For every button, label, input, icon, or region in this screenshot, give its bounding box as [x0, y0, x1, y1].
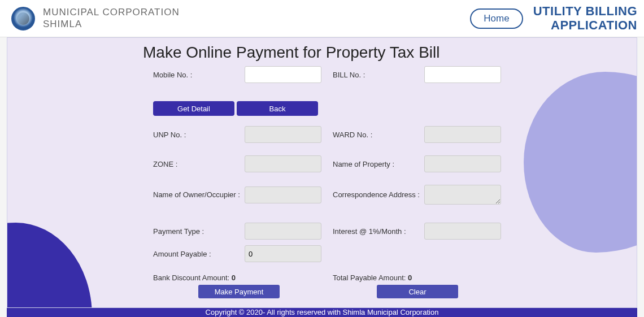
header-right: Home UTILITY BILLING APPLICATION	[470, 5, 637, 32]
interest-input	[424, 223, 501, 240]
unp-input	[245, 126, 321, 143]
label-bank-discount: Bank Discount Amount:	[153, 273, 232, 282]
make-payment-button[interactable]: Make Payment	[198, 285, 280, 298]
total-payable-value: 0	[408, 273, 412, 282]
label-ward: WARD No. :	[333, 131, 424, 139]
amount-payable-input	[245, 245, 321, 262]
org-logo-icon	[11, 7, 35, 31]
label-address: Correspondence Address :	[333, 190, 424, 199]
zone-input	[245, 155, 321, 172]
app-title-line2: APPLICATION	[533, 19, 637, 32]
summary-row: Bank Discount Amount: 0 Total Payable Am…	[153, 273, 637, 282]
address-input	[424, 185, 501, 205]
label-total-payable: Total Payable Amount:	[333, 273, 408, 282]
label-unp: UNP No. :	[153, 131, 245, 139]
app-title-line1: UTILITY BILLING	[533, 5, 637, 18]
property-name-input	[424, 155, 501, 172]
back-button[interactable]: Back	[237, 101, 318, 116]
owner-input	[245, 186, 321, 203]
clear-button[interactable]: Clear	[377, 285, 458, 298]
label-mobile: Mobile No. :	[153, 71, 245, 79]
payment-form: Mobile No. : BILL No. : Get Detail Back …	[7, 66, 637, 282]
header-left: MUNICIPAL CORPORATION SHIMLA	[11, 7, 180, 31]
page-title: Make Online Payment for Property Tax Bil…	[7, 38, 637, 66]
page-body: Make Online Payment for Property Tax Bil…	[7, 37, 637, 308]
home-button[interactable]: Home	[470, 8, 523, 29]
label-bill: BILL No. :	[333, 71, 424, 79]
label-amount-payable: Amount Payable :	[153, 250, 245, 258]
label-owner: Name of Owner/Occupier :	[153, 190, 245, 199]
org-title-line2: SHIMLA	[43, 19, 180, 30]
label-payment-type: Payment Type :	[153, 227, 245, 236]
app-title: UTILITY BILLING APPLICATION	[533, 5, 637, 32]
header-bar: MUNICIPAL CORPORATION SHIMLA Home UTILIT…	[0, 0, 644, 37]
payment-type-input	[245, 223, 321, 240]
get-detail-button[interactable]: Get Detail	[153, 101, 234, 116]
bill-input[interactable]	[424, 66, 501, 83]
mobile-input[interactable]	[245, 66, 321, 83]
ward-input	[424, 126, 501, 143]
footer-copyright: Copyright © 2020- All rights reserved wi…	[7, 308, 637, 317]
org-title-line1: MUNICIPAL CORPORATION	[43, 7, 180, 18]
bank-discount-value: 0	[232, 273, 236, 282]
label-property-name: Name of Property :	[333, 160, 424, 168]
org-title: MUNICIPAL CORPORATION SHIMLA	[43, 7, 180, 30]
label-zone: ZONE :	[153, 160, 245, 168]
action-buttons-top: Get Detail Back	[153, 101, 637, 116]
action-buttons-bottom: Make Payment Clear	[7, 285, 637, 298]
label-interest: Interest @ 1%/Month :	[333, 227, 424, 236]
